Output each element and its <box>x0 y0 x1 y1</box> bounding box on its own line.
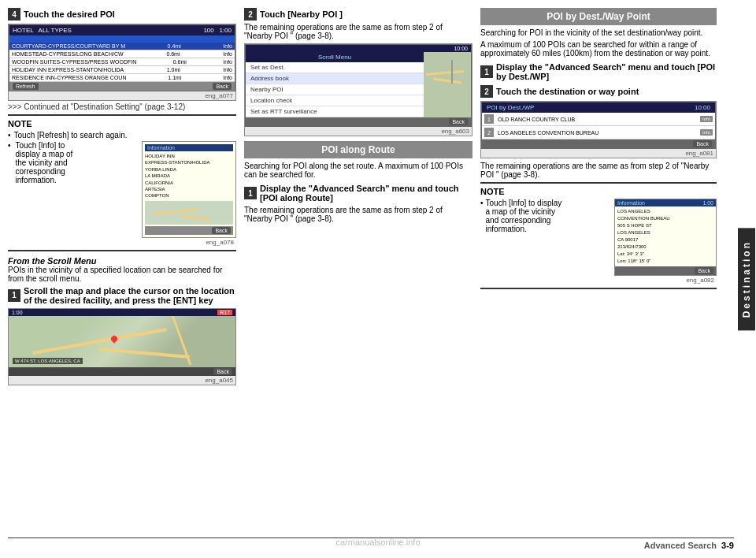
from-scroll-title: From the Scroll Menu <box>8 256 236 266</box>
info-back-btn[interactable]: Back <box>212 227 231 234</box>
note-box-2: NOTE • Touch [Info] to displaya map of t… <box>480 182 717 289</box>
list-screen-footer: Refresh Back <box>9 82 235 91</box>
continued-text: >>> Continued at "Destination Setting" (… <box>8 102 236 111</box>
poi-route-header: POI along Route <box>244 141 472 158</box>
footer-text: Advanced Search <box>644 541 717 550</box>
list-row-1: COURTYARD-CYPRESS/COURTYARD BY M 0.4mi I… <box>9 43 235 50</box>
list-row-2: HOMESTEAD-CYPRESS/LONG BEACH/CW 0.6mi In… <box>9 50 235 58</box>
step2-nearby-header: 2 Touch [Nearby POI ] <box>244 8 472 20</box>
note-bullet-1: Touch [Refresh] to search again. <box>14 131 128 140</box>
step2d-badge: 2 <box>480 85 493 98</box>
nearby-screen-screenshot: POI by Dest./WP 10:00 1 OLD RANCH COUNTR… <box>480 101 717 158</box>
scroll-menu-back-btn[interactable]: Back <box>449 118 468 125</box>
step4-badge: 4 <box>8 8 20 20</box>
note-title-2: NOTE <box>480 187 717 196</box>
info-popup-screenshot: Information HOLIDAY INN EXPRESS-STANTON/… <box>142 141 236 247</box>
step2-nearby-badge: 2 <box>244 8 257 20</box>
poi-dest-header: POI by Dest./Way Point <box>480 8 717 25</box>
nav-map: W 474 ST, LOS ANGELES, CA <box>9 316 235 367</box>
step2-nearby-title: Touch [Nearby POI ] <box>260 9 343 19</box>
destination-tab: Destination <box>737 0 756 558</box>
step2d-title: Touch the destination or way point <box>496 87 639 96</box>
img-label-right-2: eng_a082 <box>614 276 717 285</box>
step1d-badge: 1 <box>480 65 493 78</box>
watermark: carmanualsonline.info <box>335 538 420 547</box>
note-bullet-right: Touch [Info] to displaya map of the vici… <box>486 199 562 233</box>
back-btn-1[interactable]: Back <box>213 83 232 90</box>
scroll-menu-title: Scroll Menu <box>246 52 424 62</box>
step1r-title: Display the "Advanced Search" menu and t… <box>260 184 472 203</box>
scroll-menu-screenshot: 10:00 Scroll Menu Set as Dest. Address b… <box>244 43 472 136</box>
step1-scroll-badge: 1 <box>8 289 20 302</box>
step1d-title: Display the "Advanced Search" menu and t… <box>496 62 717 81</box>
step1r-header: 1 Display the "Advanced Search" menu and… <box>244 184 472 203</box>
list-row-4: HOLIDAY INN EXPRESS-STANTON/HOLIDA 1.0mi… <box>9 66 235 74</box>
nearby-back-btn[interactable]: Back <box>693 140 712 147</box>
info-popup-right: Information 1:00 LOS ANGELES CONVENTION … <box>614 199 717 285</box>
destination-tab-label: Destination <box>738 228 755 330</box>
step1-scroll-header: 1 Scroll the map and place the cursor on… <box>8 286 236 305</box>
menu-item-location[interactable]: Location check <box>246 95 424 106</box>
poi-dest-text1: Searching for POI in the vicinity of the… <box>480 28 717 37</box>
menu-item-set-dest[interactable]: Set as Dest. <box>246 62 424 73</box>
list-row-3: WOODFIN SUITES-CYPRESS/PRESS WOODFIN 0.6… <box>9 58 235 66</box>
step2-nearby-desc: The remaining operations are the same as… <box>244 23 472 40</box>
step2d-header: 2 Touch the destination or way point <box>480 85 717 98</box>
img-label-2: eng_a078 <box>142 238 236 247</box>
img-label-1: eng_a077 <box>9 91 235 100</box>
poi-dest-text2: A maximum of 100 POIs can be searched fo… <box>480 40 717 58</box>
menu-item-rtt[interactable]: Set as RTT surveillance <box>246 106 424 117</box>
list-cols <box>9 35 235 43</box>
note-bullet-2-text: Touch [Info] todisplay a map ofthe vicin… <box>16 141 139 247</box>
menu-item-address[interactable]: Address book <box>246 73 424 84</box>
list-screen-screenshot: HOTEL ALL TYPES 100 1:00 COURTYARD-CYPRE… <box>8 24 236 101</box>
menu-item-nearby[interactable]: Nearby POI <box>246 84 424 95</box>
step1-scroll-title: Scroll the map and place the cursor on t… <box>24 286 236 305</box>
list-screen-header: HOTEL ALL TYPES 100 1:00 <box>9 25 235 35</box>
list-row-5: RESIDENCE INN-CYPRESS ORANGE COUN 1.1mi … <box>9 74 235 82</box>
back-btn-map[interactable]: Back <box>213 368 232 375</box>
footer-page: 3-9 <box>721 541 734 550</box>
info-btn-1[interactable]: Info <box>700 116 713 122</box>
nearby-row-1: 1 OLD RANCH COUNTRY CLUB Info <box>482 113 715 126</box>
right-info-back-btn[interactable]: Back <box>695 267 713 274</box>
road-3 <box>166 316 191 366</box>
scroll-menu-img-label: eng_a603 <box>245 127 472 136</box>
step4-header: 4 Touch the desired POI <box>8 8 236 20</box>
step4-title: Touch the desired POI <box>24 9 115 19</box>
from-scroll-text: POIs in the vicinity of a specified loca… <box>8 266 236 283</box>
map-pin <box>109 334 118 343</box>
info-btn-2[interactable]: Info <box>700 129 713 136</box>
nearby-img-label: eng_a081 <box>481 149 716 158</box>
nearby-row-2: 2 LOS ANGELES CONVENTION BUREAU Info <box>482 126 715 140</box>
img-label-3: eng_a045 <box>9 376 235 385</box>
remaining-text: The remaining operations are the same as… <box>480 162 717 179</box>
refresh-btn[interactable]: Refresh <box>13 83 39 90</box>
note-box-1: NOTE • Touch [Refresh] to search again. … <box>8 114 236 251</box>
step1d-header: 1 Display the "Advanced Search" menu and… <box>480 62 717 81</box>
step2r-desc: The remaining operations are the same as… <box>244 206 472 223</box>
note-title-1: NOTE <box>8 119 236 128</box>
map-screenshot: 1:00 R17 W 474 ST, LOS ANGELES, CA Back … <box>8 308 236 385</box>
step1r-badge: 1 <box>244 187 257 199</box>
poi-route-text: Searching for POI along the set route. A… <box>244 162 472 179</box>
road-2 <box>99 348 190 359</box>
